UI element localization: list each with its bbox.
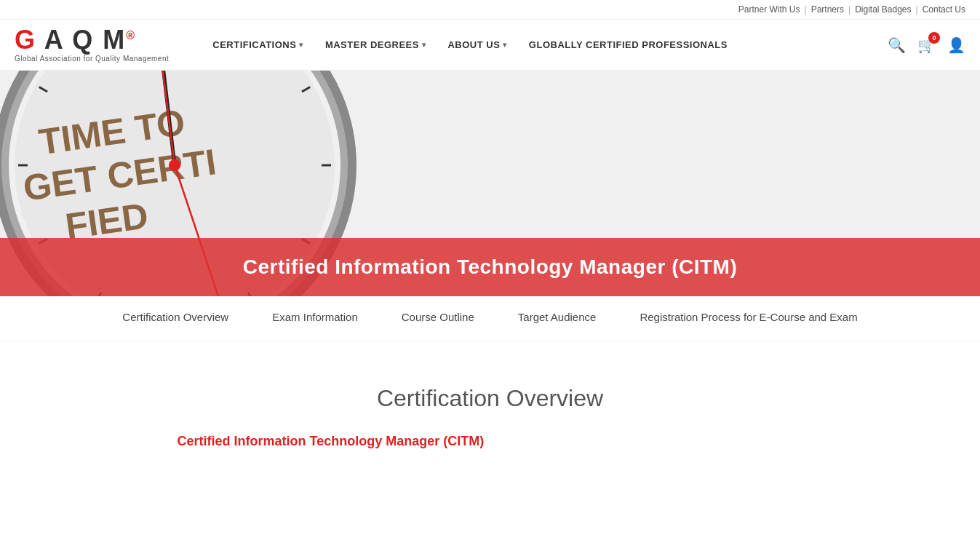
svg-point-22 xyxy=(169,159,180,171)
main-nav: G A Q M® Global Association for Quality … xyxy=(0,20,980,71)
content-area: Certification Overview Certified Informa… xyxy=(163,341,818,478)
top-bar: Partner With Us | Partners | Digital Bad… xyxy=(0,0,980,20)
partners-link[interactable]: Partners xyxy=(811,4,844,15)
tab-exam-information[interactable]: Exam Information xyxy=(272,311,358,326)
digital-badges-link[interactable]: Digital Badges xyxy=(855,4,911,15)
logo[interactable]: G A Q M® Global Association for Quality … xyxy=(15,27,169,63)
hero-title: Certified Information Technology Manager… xyxy=(243,255,737,279)
contact-us-link[interactable]: Contact Us xyxy=(923,4,965,15)
nav-links: CERTIFICATIONS ▾ MASTER DEGREES ▾ ABOUT … xyxy=(212,39,888,50)
chevron-down-icon: ▾ xyxy=(299,41,303,49)
cart-button[interactable]: 🛒 0 xyxy=(917,36,936,54)
chevron-down-icon: ▾ xyxy=(503,41,507,49)
user-icon: 👤 xyxy=(947,36,965,54)
partner-with-us-link[interactable]: Partner With Us xyxy=(738,4,800,15)
logo-subtitle: Global Association for Quality Managemen… xyxy=(15,55,169,63)
cart-badge: 0 xyxy=(928,32,940,44)
nav-master-degrees[interactable]: MASTER DEGREES ▾ xyxy=(325,39,426,50)
tab-registration[interactable]: Registration Process for E-Course and Ex… xyxy=(640,311,857,326)
hero-red-band: Certified Information Technology Manager… xyxy=(0,238,980,296)
search-button[interactable]: 🔍 xyxy=(888,36,906,54)
logo-text: G A Q M® xyxy=(15,27,169,53)
sep1: | xyxy=(805,4,807,15)
tab-navigation: Certification Overview Exam Information … xyxy=(0,296,980,341)
nav-icons: 🔍 🛒 0 👤 xyxy=(888,36,965,54)
account-button[interactable]: 👤 xyxy=(947,36,965,54)
nav-about-us[interactable]: ABOUT US ▾ xyxy=(447,39,506,50)
section-title: Certification Overview xyxy=(178,385,803,412)
sep3: | xyxy=(916,4,918,15)
nav-globally-certified[interactable]: GLOBALLY CERTIFIED PROFESSIONALS xyxy=(529,39,728,50)
hero-section: TIME TO GET CERTI FIED Certified Informa… xyxy=(0,71,980,296)
sep2: | xyxy=(848,4,850,15)
tab-certification-overview[interactable]: Certification Overview xyxy=(122,311,228,326)
section-subtitle: Certified Information Technology Manager… xyxy=(178,434,803,449)
nav-certifications[interactable]: CERTIFICATIONS ▾ xyxy=(212,39,303,50)
tab-course-outline[interactable]: Course Outline xyxy=(402,311,474,326)
tab-target-audience[interactable]: Target Audience xyxy=(518,311,597,326)
search-icon: 🔍 xyxy=(888,36,906,54)
chevron-down-icon: ▾ xyxy=(422,41,426,49)
